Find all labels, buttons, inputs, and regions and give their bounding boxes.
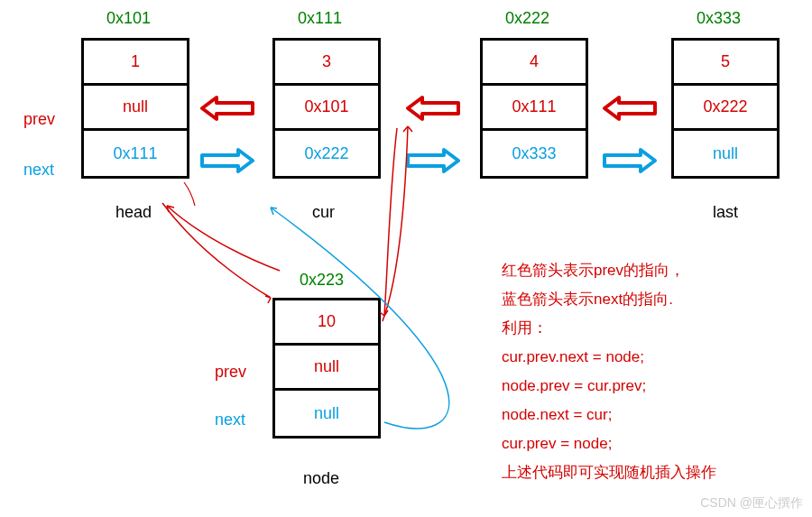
sketch-line	[167, 206, 280, 271]
ins-value: 10	[275, 300, 378, 346]
label-next-row: next	[23, 161, 54, 180]
addr-n2: 0x111	[298, 9, 342, 28]
n2-value: 3	[275, 41, 378, 86]
sketch-line	[162, 203, 271, 298]
node-ins: 10 null null	[272, 298, 381, 439]
prev-arrow-icon	[408, 97, 458, 119]
desc-line-2: 蓝色箭头表示next的指向.	[502, 285, 673, 314]
label-node: node	[303, 469, 339, 488]
n3-value: 4	[483, 41, 586, 86]
desc-line-4: cur.prev.next = node;	[502, 343, 644, 372]
n4-prev: 0x222	[674, 86, 777, 131]
desc-line-8: 上述代码即可实现随机插入操作	[502, 458, 716, 487]
addr-ins: 0x223	[300, 271, 344, 290]
n4-value: 5	[674, 41, 777, 86]
label-cur: cur	[312, 203, 335, 222]
node-2: 3 0x101 0x222	[272, 38, 381, 179]
node-1: 1 null 0x111	[81, 38, 189, 179]
addr-n1: 0x101	[106, 9, 151, 28]
ins-prev: null	[275, 346, 378, 391]
watermark: CSDN @匣心撰作	[700, 495, 803, 512]
label-head: head	[115, 203, 152, 222]
label-prev-ins: prev	[215, 363, 246, 382]
sketch-line	[383, 126, 408, 321]
n2-prev: 0x101	[275, 86, 378, 131]
n1-next: 0x111	[84, 131, 187, 176]
addr-n3: 0x222	[505, 9, 549, 28]
sketch-line	[384, 128, 397, 316]
desc-line-1: 红色箭头表示prev的指向，	[502, 256, 685, 285]
n3-prev: 0x111	[483, 86, 586, 131]
next-arrow-icon	[604, 150, 655, 171]
label-last: last	[713, 203, 738, 222]
label-next-ins: next	[215, 411, 245, 429]
n3-next: 0x333	[483, 131, 586, 176]
desc-line-5: node.prev = cur.prev;	[502, 372, 646, 401]
desc-line-3: 利用：	[502, 314, 548, 343]
n2-next: 0x222	[275, 131, 378, 176]
label-prev-row: prev	[23, 110, 55, 129]
desc-line-7: cur.prev = node;	[502, 429, 612, 458]
prev-arrow-icon	[202, 97, 253, 119]
prev-arrow-icon	[604, 97, 655, 119]
node-4: 5 0x222 null	[671, 38, 780, 179]
n1-value: 1	[84, 41, 187, 86]
desc-line-6: node.next = cur;	[502, 401, 612, 429]
next-arrow-icon	[408, 150, 458, 171]
addr-n4: 0x333	[697, 9, 741, 28]
next-arrow-icon	[202, 150, 253, 171]
n1-prev: null	[84, 86, 187, 131]
node-3: 4 0x111 0x333	[480, 38, 588, 179]
n4-next: null	[674, 131, 777, 176]
ins-next: null	[275, 391, 378, 436]
